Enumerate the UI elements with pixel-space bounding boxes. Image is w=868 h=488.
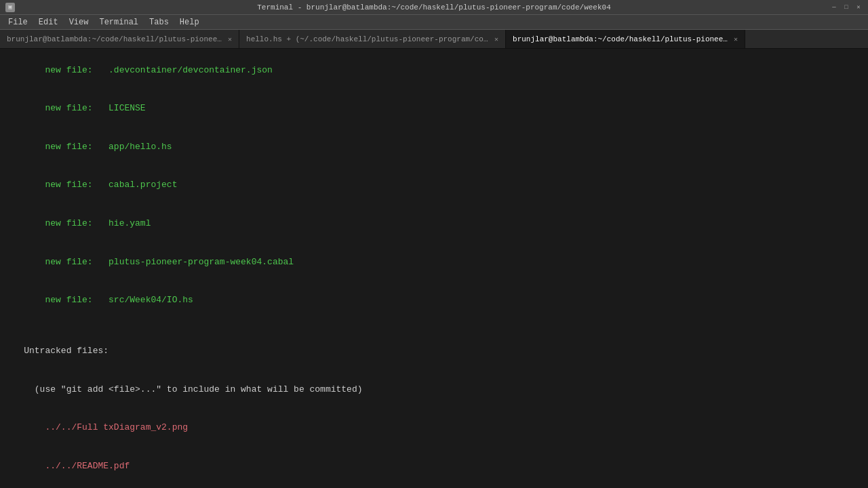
tab-3-label: brunjlar@batlambda:~/code/haskell/plutus… — [513, 35, 730, 43]
menu-terminal[interactable]: Terminal — [94, 16, 144, 28]
tabbar: brunjlar@batlambda:~/code/haskell/plutus… — [0, 30, 868, 49]
line-new-file-5: new file: hie.yaml — [0, 205, 868, 243]
terminal-content: new file: .devcontainer/devcontainer.jso… — [0, 49, 868, 488]
titlebar: ▣ Terminal - brunjlar@batlambda:~/code/h… — [0, 0, 868, 15]
menu-view[interactable]: View — [64, 16, 94, 28]
line-new-file-3: new file: app/hello.hs — [0, 128, 868, 167]
line-untracked-1: ../../Full txDiagram_v2.png — [0, 409, 868, 448]
line-new-file-6: new file: plutus-pioneer-program-week04.… — [0, 243, 868, 282]
line-untracked-hint: (use "git add <file>..." to include in w… — [0, 371, 868, 409]
line-new-file-4: new file: cabal.project — [0, 167, 868, 205]
tab-1-label: brunjlar@batlambda:~/code/haskell/plutus… — [7, 35, 224, 43]
menubar: File Edit View Terminal Tabs Help — [0, 15, 868, 30]
tab-3[interactable]: brunjlar@batlambda:~/code/haskell/plutus… — [506, 30, 745, 48]
line-new-file-1: new file: .devcontainer/devcontainer.jso… — [0, 52, 868, 90]
tab-2-label: hello.hs + (~/.code/haskell/plutus-pione… — [246, 35, 490, 43]
menu-file[interactable]: File — [3, 16, 33, 28]
tab-3-close[interactable]: ✕ — [734, 35, 738, 43]
window-title: Terminal - brunjlar@batlambda:~/code/has… — [257, 3, 611, 12]
line-new-file-2: new file: LICENSE — [0, 90, 868, 129]
tab-2[interactable]: hello.hs + (~/.code/haskell/plutus-pione… — [239, 30, 506, 48]
menu-tabs[interactable]: Tabs — [144, 16, 174, 28]
menu-help[interactable]: Help — [174, 16, 205, 28]
close-button[interactable]: ✕ — [854, 3, 863, 12]
maximize-button[interactable]: □ — [842, 3, 850, 12]
tab-2-close[interactable]: ✕ — [494, 35, 498, 43]
line-untracked-header: Untracked files: — [0, 333, 868, 371]
tab-1[interactable]: brunjlar@batlambda:~/code/haskell/plutus… — [0, 30, 239, 48]
line-blank-1 — [0, 320, 868, 333]
window-controls[interactable]: ─ □ ✕ — [830, 3, 863, 12]
line-new-file-7: new file: src/Week04/IO.hs — [0, 281, 868, 320]
line-untracked-2: ../../README.pdf — [0, 447, 868, 486]
app-icon: ▣ — [5, 3, 15, 12]
menu-edit[interactable]: Edit — [33, 16, 64, 28]
tab-1-close[interactable]: ✕ — [228, 35, 232, 43]
minimize-button[interactable]: ─ — [830, 3, 838, 12]
